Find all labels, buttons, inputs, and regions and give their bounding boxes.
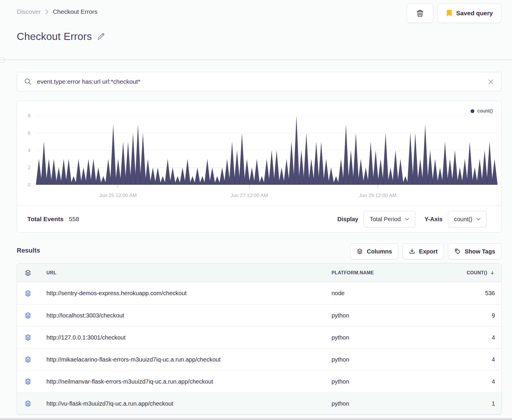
- saved-query-label: Saved query: [456, 10, 493, 17]
- columns-button[interactable]: Columns: [350, 243, 398, 259]
- row-count: 4: [449, 356, 502, 363]
- row-url: http://127.0.0.1:3001/checkout: [38, 334, 332, 341]
- chevron-down-icon: [476, 218, 481, 221]
- search-input[interactable]: [37, 78, 482, 85]
- show-tags-button-label: Show Tags: [465, 248, 495, 255]
- columns-button-label: Columns: [367, 248, 392, 255]
- svg-text:4: 4: [28, 148, 31, 153]
- breadcrumb: Discover Checkout Errors: [17, 8, 97, 15]
- page-title-row: Checkout Errors: [17, 31, 106, 42]
- stack-icon: [24, 269, 32, 277]
- stack-icon: [24, 290, 32, 297]
- row-count: 1: [449, 400, 502, 407]
- sort-descending-icon: [490, 270, 495, 275]
- row-platform: python: [332, 356, 449, 363]
- breadcrumb-current: Checkout Errors: [53, 8, 98, 15]
- search-icon: [24, 78, 32, 85]
- row-url: http://sentry-demos-express.herokuapp.co…: [38, 290, 332, 297]
- svg-text:Jun 29 12:00 AM: Jun 29 12:00 AM: [359, 193, 396, 198]
- chart-controls: Display Total Period Y-Axis count(): [337, 211, 491, 227]
- total-events-label: Total Events: [27, 216, 63, 223]
- row-platform: python: [332, 312, 449, 319]
- svg-text:8: 8: [28, 113, 31, 119]
- table-row[interactable]: http://mikaelacarino-flask-errors-m3uuiz…: [17, 348, 501, 370]
- bookmark-icon: [446, 9, 453, 17]
- window-bottom-edge: [0, 418, 512, 420]
- export-button-label: Export: [419, 248, 438, 255]
- row-platform: python: [332, 378, 449, 385]
- row-stack-icon-cell[interactable]: [17, 290, 38, 297]
- stack-icon: [24, 356, 32, 363]
- results-actions: Columns Export Show Tags: [350, 243, 501, 259]
- svg-text:Jun 25 12:00 AM: Jun 25 12:00 AM: [99, 193, 137, 198]
- edit-pencil-icon[interactable]: [97, 32, 106, 41]
- top-actions: Saved query: [407, 4, 501, 23]
- results-heading: Results: [17, 247, 40, 254]
- row-stack-icon-cell[interactable]: [17, 334, 38, 341]
- table-row[interactable]: http://sentry-demos-express.herokuapp.co…: [17, 282, 501, 304]
- display-dropdown-value: Total Period: [370, 216, 401, 223]
- table-header-row: URL PLATFORM.NAME COUNT(): [17, 263, 501, 282]
- table-row[interactable]: http://vu-flask-m3uuizd7iq-uc.a.run.app/…: [17, 392, 501, 414]
- yaxis-dropdown[interactable]: count(): [448, 211, 487, 227]
- events-area-chart[interactable]: 02468Jun 25 12:00 AMJun 27 12:00 AMJun 2…: [17, 101, 501, 205]
- row-count: 4: [449, 378, 502, 385]
- chevron-down-icon: [405, 218, 409, 221]
- row-url: http://neilmanvar-flask-errors-m3uuizd7i…: [38, 378, 332, 385]
- row-platform: python: [332, 400, 449, 407]
- breadcrumb-discover-link[interactable]: Discover: [17, 8, 41, 15]
- table-body: http://sentry-demos-express.herokuapp.co…: [17, 282, 501, 414]
- total-events: Total Events 558: [27, 216, 79, 223]
- column-header-count[interactable]: COUNT(): [449, 270, 502, 275]
- header-divider: [0, 60, 512, 60]
- breadcrumb-chevron-icon: [45, 9, 49, 15]
- chart-panel: 02468Jun 25 12:00 AMJun 27 12:00 AMJun 2…: [17, 101, 501, 233]
- svg-text:6: 6: [28, 130, 31, 136]
- results-table: URL PLATFORM.NAME COUNT() http://sentry-…: [17, 263, 502, 415]
- row-stack-icon-cell[interactable]: [17, 312, 38, 319]
- yaxis-label: Y-Axis: [425, 216, 443, 223]
- show-tags-button[interactable]: Show Tags: [448, 243, 501, 259]
- row-url: http://mikaelacarino-flask-errors-m3uuiz…: [38, 356, 332, 363]
- stack-icon: [24, 312, 32, 319]
- display-dropdown[interactable]: Total Period: [364, 211, 415, 227]
- clear-search-icon[interactable]: [487, 78, 494, 85]
- download-icon: [409, 248, 416, 255]
- stack-icon: [24, 334, 32, 341]
- discover-page: Discover Checkout Errors Checkout Errors…: [0, 0, 512, 420]
- row-count: 536: [449, 290, 502, 297]
- row-platform: python: [332, 334, 449, 341]
- row-stack-icon-cell[interactable]: [17, 400, 38, 407]
- row-count: 4: [449, 334, 502, 341]
- export-button[interactable]: Export: [402, 243, 444, 259]
- row-count: 9: [449, 312, 502, 319]
- search-bar[interactable]: [17, 72, 501, 91]
- row-stack-icon-cell[interactable]: [17, 356, 38, 363]
- column-header-platform[interactable]: PLATFORM.NAME: [332, 270, 449, 275]
- legend-count-label: count(): [477, 108, 493, 114]
- table-row[interactable]: http://localhost:3003/checkout python 9: [17, 304, 501, 326]
- legend-count-dot-icon: [471, 109, 474, 113]
- trash-icon: [416, 9, 424, 17]
- stack-icon: [24, 378, 32, 385]
- svg-text:0: 0: [28, 182, 31, 188]
- table-row[interactable]: http://neilmanvar-flask-errors-m3uuizd7i…: [17, 370, 501, 392]
- tag-icon: [454, 248, 461, 255]
- column-header-count-label: COUNT(): [467, 270, 487, 275]
- row-stack-icon-cell[interactable]: [17, 378, 38, 385]
- svg-text:2: 2: [28, 165, 31, 170]
- column-header-url[interactable]: URL: [38, 270, 332, 275]
- total-events-value: 558: [69, 216, 79, 223]
- chart-legend[interactable]: count(): [471, 108, 493, 114]
- stack-icon: [24, 400, 32, 407]
- table-row[interactable]: http://127.0.0.1:3001/checkout python 4: [17, 326, 501, 348]
- delete-query-button[interactable]: [407, 4, 433, 23]
- svg-text:Jun 27 12:00 AM: Jun 27 12:00 AM: [230, 193, 268, 198]
- row-platform: node: [332, 290, 449, 297]
- page-title: Checkout Errors: [17, 31, 92, 42]
- yaxis-dropdown-value: count(): [454, 216, 472, 223]
- saved-query-button[interactable]: Saved query: [437, 4, 501, 23]
- row-url: http://localhost:3003/checkout: [38, 312, 332, 319]
- row-url: http://vu-flask-m3uuizd7iq-uc.a.run.app/…: [38, 400, 332, 407]
- chart-footer: Total Events 558 Display Total Period Y-…: [17, 206, 501, 233]
